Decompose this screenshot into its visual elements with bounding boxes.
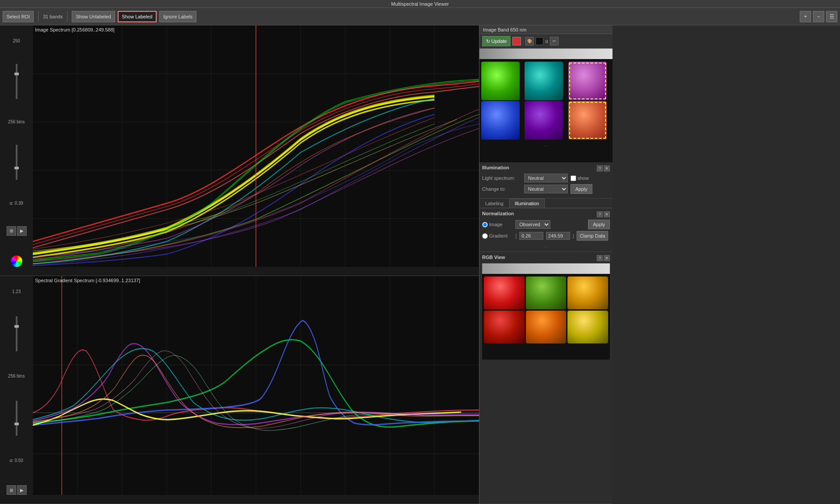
bins-label-2: 256 bins xyxy=(8,374,25,378)
pepper-orange xyxy=(568,101,607,140)
sg-upper-slider[interactable] xyxy=(16,316,18,351)
gradient-radio-label: Gradient xyxy=(482,233,513,239)
image-radio-label: Image xyxy=(482,222,513,228)
normalization-apply-button[interactable]: Apply xyxy=(588,220,610,229)
rgb-view-section: RGB View ? ✕ xyxy=(480,252,612,504)
gradient-max-input[interactable] xyxy=(546,232,570,240)
illumination-icons: ? ✕ xyxy=(597,165,610,172)
change-to-select[interactable]: Neutral xyxy=(524,185,568,193)
zoom-in-button[interactable]: + xyxy=(800,11,811,22)
illumination-close-icon[interactable]: ✕ xyxy=(604,165,610,172)
color-swatch[interactable] xyxy=(512,37,521,46)
image-spectrum-svg: 250 187 125 63 0 400 410 420 430 440 450… xyxy=(33,25,479,267)
image-spectrum-title: Image Spectrum [0.256809..249.588] xyxy=(35,27,115,32)
gray-calibration-strip xyxy=(480,49,612,59)
normalization-header: Normalization ? ✕ xyxy=(482,211,610,218)
update-label: Update xyxy=(491,38,507,44)
rgb-pepper-orange xyxy=(526,311,567,343)
image-spectrum-y-controls: 250 256 bins α: 0.39 ⊞ ▶ xyxy=(0,25,33,276)
y-lower-slider[interactable] xyxy=(16,145,18,180)
image-radio[interactable] xyxy=(482,222,488,228)
main-layout: Image Spectrum [0.256809..249.588] 250 2… xyxy=(0,25,840,504)
bracket-open: [ xyxy=(515,233,517,238)
bands-label: 31 bands xyxy=(43,14,63,19)
sg-grid-button[interactable]: ⊞ xyxy=(7,485,16,495)
show-labeled-button[interactable]: Show Labeled xyxy=(118,11,157,22)
bracket-close: ] xyxy=(573,233,574,238)
image-band-label: Image Band 650 nm xyxy=(480,25,612,34)
rgb-pepper-green xyxy=(526,276,567,309)
normalization-title: Normalization xyxy=(482,211,514,216)
sg-y-max: 1.23 xyxy=(12,289,21,294)
spectral-gradient-svg: 1.23 0.69 0.15 -0.39 -0.93 405 425 435 4… xyxy=(33,276,479,495)
separator-1 xyxy=(38,11,38,22)
normalization-close-icon[interactable]: ✕ xyxy=(604,211,610,217)
spectral-gradient-title: Spectral Gradient Spectrum [-0.934699..1… xyxy=(35,278,140,283)
update-icon: ↻ xyxy=(486,38,490,44)
norm-ellipsis: ... xyxy=(482,242,610,249)
settings-button[interactable]: ☰ xyxy=(826,11,837,22)
show-checkbox[interactable] xyxy=(570,175,576,181)
normalization-help-icon[interactable]: ? xyxy=(597,211,603,217)
light-spectrum-label: Light spectrum: xyxy=(482,175,522,181)
separator-3 xyxy=(523,37,523,46)
tab-labeling[interactable]: Labeling xyxy=(480,199,509,208)
illumination-help-icon[interactable]: ? xyxy=(597,165,603,172)
normalization-icons: ? ✕ xyxy=(597,211,610,217)
image-band-text: Image Band 650 nm xyxy=(483,27,526,32)
clamp-data-button[interactable]: Clamp Data xyxy=(577,231,608,241)
gradient-min-input[interactable] xyxy=(519,232,543,240)
toolbar: Select ROI 31 bands Show Unlabeled Show … xyxy=(0,8,840,25)
black-square xyxy=(536,37,543,45)
sg-play-button[interactable]: ▶ xyxy=(17,485,27,495)
rgb-pepper-red2 xyxy=(484,311,525,343)
app-title: Multispectral Image Viewer xyxy=(391,1,449,7)
left-panel: Image Spectrum [0.256809..249.588] 250 2… xyxy=(0,25,479,504)
spectral-gradient-y-controls: 1.23 256 bins α: 0.50 ⊞ ▶ xyxy=(0,276,33,504)
rgb-pepper-grid xyxy=(482,275,610,345)
y-max-label: 250 xyxy=(13,38,20,43)
sg-lower-slider[interactable] xyxy=(16,401,18,436)
update-button[interactable]: ↻ Update xyxy=(482,36,511,46)
rgb-view-close-icon[interactable]: ✕ xyxy=(604,255,610,261)
spectral-gradient-chart: Spectral Gradient Spectrum [-0.934699..1… xyxy=(0,276,479,504)
color-wheel-1[interactable] xyxy=(11,256,22,267)
zoom-out-button[interactable]: − xyxy=(813,11,824,22)
gradient-norm-label: Gradient xyxy=(489,233,508,238)
image-norm-row: Image Observed Apply xyxy=(482,220,610,229)
rgb-pepper-red xyxy=(484,276,525,309)
multispectral-image-display: ... xyxy=(480,49,612,162)
show-unlabeled-button[interactable]: Show Unlabeled xyxy=(72,11,115,22)
rgb-view-image xyxy=(482,263,610,360)
gradient-radio[interactable] xyxy=(482,233,488,239)
select-roi-button[interactable]: Select ROI xyxy=(3,11,34,22)
rgb-gray-strip xyxy=(482,263,610,274)
illumination-apply-button[interactable]: Apply xyxy=(570,184,592,194)
light-spectrum-select[interactable]: Neutral xyxy=(524,174,568,182)
pepper-green xyxy=(481,62,520,100)
pepper-purple-pink xyxy=(568,62,607,100)
tab-illumination[interactable]: Illumination xyxy=(509,199,545,208)
gradient-norm-row: Gradient [ ] Clamp Data xyxy=(482,231,610,241)
image-norm-label: Image xyxy=(489,222,503,227)
illumination-section: Illumination ? ✕ Light spectrum: Neutral… xyxy=(480,162,612,199)
illumination-header: Illumination ? ✕ xyxy=(482,165,610,172)
update-toolbar: ↻ Update 🎨 α ✂ xyxy=(480,34,612,49)
scissors-icon[interactable]: ✂ xyxy=(550,37,559,46)
top-right-controls: + − ☰ xyxy=(800,11,837,22)
spectrum-grid-button[interactable]: ⊞ xyxy=(7,226,16,236)
image-norm-select[interactable]: Observed xyxy=(515,220,550,229)
pepper-teal xyxy=(525,62,563,100)
separator-2 xyxy=(67,11,67,22)
alpha-display: α xyxy=(545,38,548,44)
pepper-grid xyxy=(480,60,612,141)
rgb-view-help-icon[interactable]: ? xyxy=(597,255,603,261)
rgb-pepper-yellow2 xyxy=(567,311,608,343)
chart-controls: ⊞ ▶ xyxy=(7,226,27,236)
y-upper-slider[interactable] xyxy=(16,64,18,99)
show-label: show xyxy=(578,175,589,181)
color-picker-icon[interactable]: 🎨 xyxy=(525,37,534,46)
title-bar: Multispectral Image Viewer xyxy=(0,0,840,8)
spectrum-play-button[interactable]: ▶ xyxy=(17,226,27,236)
ignore-labels-button[interactable]: Ignore Labels xyxy=(159,11,196,22)
